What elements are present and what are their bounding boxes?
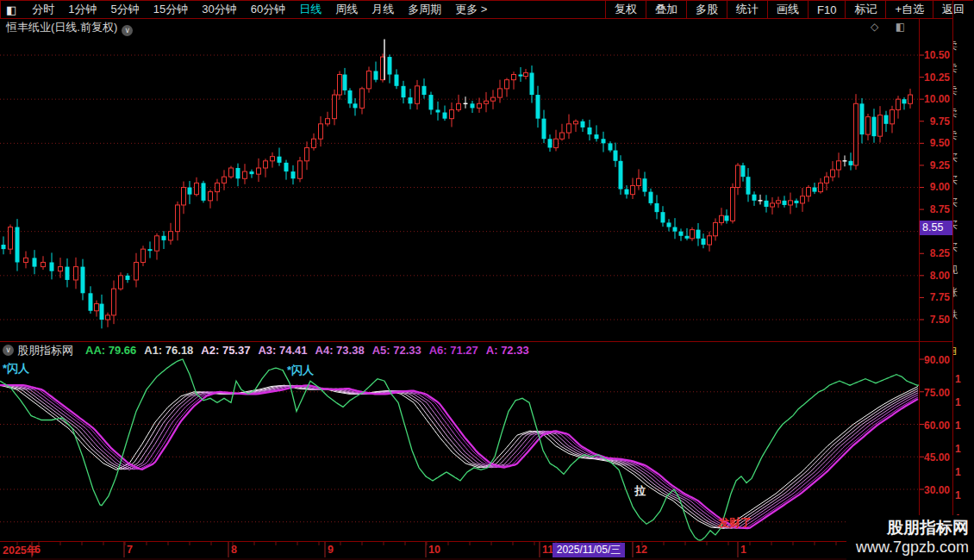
month-label-6: 6 [34,544,41,556]
strip-char-5: 买 [953,151,970,165]
toolbar-item-10[interactable]: 更多 > [448,2,494,17]
year-label: 2025年 [3,544,37,558]
watermark-name: 股朋指标网 [846,519,969,538]
price-label-9.75: 9.75 [921,115,950,128]
chevron-down-icon[interactable]: ∨ [122,25,133,36]
strip-number-1: 1 [955,396,961,408]
strip-number-2: 1 [955,420,961,432]
strip-number-3: 1 [955,443,961,455]
price-label-8.25: 8.25 [921,247,950,259]
strip-char-8: 买 [953,218,970,233]
strip-number-5: 1 [955,489,961,501]
toolbar-item-5[interactable]: 60分钟 [244,2,292,17]
indicator-value-A1: A1: 76.18 [144,344,193,357]
strip-char-7: 买 [953,196,970,210]
annotation-0: *闪人 [3,361,29,376]
corner-icons[interactable]: ◇ ◧ [871,21,912,33]
month-label-7: 7 [127,544,133,556]
toolbar-right-item-7[interactable]: +自选 [885,1,933,18]
date-marker-box: 2025/11/05/三 [553,543,625,557]
panel-divider [0,341,953,342]
indicator-value-A: A: 72.33 [486,344,529,357]
indicator-value-A5: A5: 72.33 [372,344,421,357]
collapse-icon[interactable]: ∨ [3,345,14,356]
toolbar-right-item-0[interactable]: 复权 [605,1,646,18]
price-label-9.00: 9.00 [921,181,950,193]
yaxis-border [919,18,920,559]
price-label-9.25: 9.25 [921,159,950,171]
quote-panel-sliver: 卖卖卖卖卖买买买买买现涨跌自1111111 [953,18,974,560]
toolbar-item-4[interactable]: 30分钟 [195,2,243,17]
title-row: 恒丰纸业(日线.前复权)∨ ◇ ◧ [0,18,974,34]
indicator-label-60.00: 60.00 [921,420,950,432]
indicator-value-A3: A3: 74.41 [258,344,307,357]
strip-char-10: 现 [953,263,970,277]
window-split-icon[interactable]: ◧ [6,3,16,16]
indicator-values: AA: 79.66A1: 76.18A2: 75.37A3: 74.41A4: … [85,344,537,357]
toolbar-right-item-3[interactable]: 统计 [727,1,767,18]
toolbar-item-6[interactable]: 日线 [292,2,328,17]
indicator-label-45.00: 45.00 [921,451,950,464]
month-label-1: 1 [740,544,746,556]
indicator-label-30.00: 30.00 [921,484,950,496]
stock-title-text: 恒丰纸业(日线.前复权) [6,21,117,34]
indicator-name[interactable]: 股朋指标网 [17,343,73,358]
tools-menu: 复权叠加多股统计画线F10标记+自选返回 [605,1,973,18]
indicator-value-A6: A6: 71.27 [429,344,478,357]
toolbar-item-1[interactable]: 1分钟 [61,2,103,17]
annotation-1: *闪人 [287,363,314,378]
watermark: 股朋指标网 www.7gpzb.com [846,515,974,560]
strip-number-0: 1 [955,373,961,385]
strip-char-11: 涨 [953,285,970,300]
toolbar-item-8[interactable]: 月线 [365,2,401,17]
strip-char-0: 卖 [953,39,970,53]
indicator-label-90.00: 90.00 [921,354,950,366]
toolbar-right-item-6[interactable]: 标记 [845,1,885,18]
annotation-2: 拉 [634,483,646,499]
strip-char-1: 卖 [953,61,970,76]
price-label-9.50: 9.50 [921,137,950,149]
strip-number-4: 1 [955,466,961,478]
month-label-9: 9 [328,544,334,556]
strip-char-12: 跌 [953,308,970,322]
price-label-8.75: 8.75 [921,203,950,215]
period-menu: 分时1分钟5分钟15分钟30分钟60分钟日线周线月线多周期更多 > [25,2,494,17]
toolbar-item-7[interactable]: 周线 [328,2,365,17]
price-label-10.00: 10.00 [921,93,950,105]
month-label-10: 10 [428,544,440,556]
indicator-value-A4: A4: 73.38 [315,344,365,357]
month-label-8: 8 [231,544,237,556]
strip-char-3: 卖 [953,106,970,121]
toolbar-item-0[interactable]: 分时 [25,2,61,17]
indicator-value-A2: A2: 75.37 [201,344,250,357]
price-label-8.00: 8.00 [921,270,950,282]
toolbar-item-2[interactable]: 5分钟 [104,2,147,17]
watermark-url: www.7gpzb.com [846,538,969,557]
stock-title: 恒丰纸业(日线.前复权)∨ [6,20,133,36]
indicator-label-75.00: 75.00 [921,387,950,399]
toolbar-right-item-2[interactable]: 多股 [686,1,727,18]
indicator-header: ∨ 股朋指标网 AA: 79.66A1: 76.18A2: 75.37A3: 7… [0,343,914,358]
toolbar-item-3[interactable]: 15分钟 [147,2,195,17]
top-toolbar: ◧ 分时1分钟5分钟15分钟30分钟60分钟日线周线月线多周期更多 > 复权叠加… [0,0,973,19]
price-label-7.50: 7.50 [921,314,950,326]
strip-char-6: 买 [953,173,970,188]
price-label-7.75: 7.75 [921,291,950,303]
price-label-10.25: 10.25 [921,72,950,84]
price-label-10.50: 10.50 [921,49,950,61]
annotation-3: 发财了 [718,515,752,531]
toolbar-right-item-4[interactable]: 画线 [767,1,808,18]
price-marker-box: 8.55 [920,221,952,235]
toolbar-right-item-5[interactable]: F10 [808,1,845,18]
indicator-value-AA: AA: 79.66 [85,344,136,357]
month-label-12: 12 [635,544,647,556]
trading-app-window: ◧ 分时1分钟5分钟15分钟30分钟60分钟日线周线月线多周期更多 > 复权叠加… [0,0,974,560]
toolbar-item-9[interactable]: 多周期 [401,2,448,17]
strip-char-2: 卖 [953,84,970,98]
strip-char-4: 卖 [953,128,970,143]
chart-canvas[interactable] [0,0,974,560]
toolbar-right-item-1[interactable]: 叠加 [646,1,686,18]
strip-highlight: 自 [953,344,970,358]
xaxis-top-line [0,541,953,542]
strip-char-9: 买 [953,240,970,255]
